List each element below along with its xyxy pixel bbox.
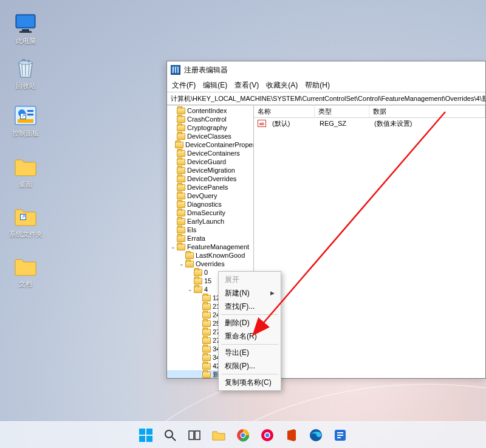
tree-expander-icon[interactable]: ⌄: [169, 243, 177, 251]
folder-icon: [185, 261, 194, 267]
tree-item[interactable]: CrashControl: [167, 115, 253, 123]
cm-separator: [221, 314, 278, 315]
tree-item-label: Diagnostics: [187, 200, 222, 208]
menu-view[interactable]: 查看(V): [234, 80, 259, 91]
folder-icon: [202, 363, 211, 370]
cm-expand: 展开: [219, 273, 281, 286]
tree-item-label: FeatureManagement: [187, 243, 249, 251]
col-type[interactable]: 类型: [315, 106, 369, 117]
tree-item[interactable]: DevicePanels: [167, 183, 253, 191]
recycle-bin-icon: [14, 57, 37, 80]
edge-button[interactable]: [306, 425, 326, 446]
folder-icon: [185, 252, 194, 259]
svg-rect-2: [22, 29, 29, 31]
folder-icon: [14, 156, 37, 179]
tree-item-label: DeviceContainerPropertyUpda: [185, 140, 253, 149]
folder-icon: [177, 210, 185, 216]
tree-expander-icon[interactable]: ⌄: [178, 260, 185, 268]
office-button[interactable]: [281, 425, 302, 446]
menu-favorites[interactable]: 收藏夹(A): [266, 80, 298, 91]
folder-icon: [175, 142, 183, 148]
tree-item-label: DeviceContainers: [187, 149, 240, 157]
menu-help[interactable]: 帮助(H): [305, 80, 330, 91]
start-button[interactable]: [135, 425, 156, 446]
tree-item[interactable]: DevQuery: [167, 191, 253, 200]
tree-item-label: DeviceOverrides: [187, 174, 236, 183]
tree-expander-icon[interactable]: ⌄: [187, 285, 194, 294]
cm-separator: [221, 344, 278, 345]
tree-item[interactable]: ContentIndex: [167, 106, 253, 115]
tree-item-label: Els: [187, 226, 196, 234]
taskview-button[interactable]: [184, 425, 205, 446]
tree-item[interactable]: Diagnostics: [167, 200, 253, 208]
menu-file[interactable]: 文件(F): [172, 80, 196, 91]
string-value-icon: ab: [258, 120, 266, 127]
tree-item[interactable]: Errata: [167, 234, 253, 243]
tree-item[interactable]: Els: [167, 226, 253, 234]
desktop-icon-control-panel[interactable]: ↗ 控制面板: [6, 105, 45, 138]
taskbar-app-button[interactable]: [330, 425, 351, 446]
desktop-icon-this-pc[interactable]: 此电脑: [6, 12, 45, 46]
cm-delete[interactable]: 删除(D): [219, 316, 281, 329]
col-name[interactable]: 名称: [254, 106, 315, 117]
svg-point-4: [19, 61, 32, 64]
desktop-icon-label: 桌面: [19, 180, 32, 189]
folder-icon: [177, 218, 185, 225]
tree-item[interactable]: LastKnownGood: [167, 251, 253, 260]
explorer-button[interactable]: [208, 425, 229, 446]
cm-permissions[interactable]: 权限(P)...: [219, 359, 281, 373]
folder-icon: [177, 176, 185, 182]
desktop-icon-label: 此电脑: [16, 36, 36, 46]
tree-item-label: EarlyLaunch: [187, 217, 224, 226]
tree-item-label: 15: [204, 277, 211, 285]
folder-icon: [202, 303, 211, 310]
col-data[interactable]: 数据: [369, 106, 485, 117]
tree-item[interactable]: DeviceContainerPropertyUpda: [167, 140, 253, 149]
cm-new[interactable]: 新建(N)▶: [219, 286, 281, 300]
folder-icon: [177, 116, 185, 123]
folder-icon: [202, 337, 211, 344]
tree-item-label: 4: [204, 285, 208, 294]
tree-item[interactable]: EarlyLaunch: [167, 217, 253, 226]
address-bar[interactable]: 计算机\HKEY_LOCAL_MACHINE\SYSTEM\CurrentCon…: [167, 92, 485, 105]
value-row[interactable]: ab (默认) REG_SZ (数值未设置): [254, 118, 485, 129]
tree-item[interactable]: DeviceOverrides: [167, 174, 253, 183]
cm-copy-key-name[interactable]: 复制项名称(C): [219, 376, 281, 389]
tree-item-label: DeviceClasses: [187, 132, 231, 140]
tree-item[interactable]: DeviceGuard: [167, 157, 253, 166]
tree-item[interactable]: DmaSecurity: [167, 208, 253, 217]
cm-rename[interactable]: 重命名(R): [219, 329, 281, 343]
search-button[interactable]: [160, 425, 180, 446]
chevron-right-icon: ▶: [270, 290, 275, 296]
tree-item[interactable]: DeviceMigration: [167, 166, 253, 174]
chrome-canary-button[interactable]: [257, 425, 278, 446]
titlebar[interactable]: 注册表编辑器: [167, 61, 485, 78]
values-pane[interactable]: 名称 类型 数据 ab (默认) REG_SZ (数值未设置): [254, 106, 485, 378]
control-panel-icon: ↗: [14, 105, 37, 128]
svg-point-15: [165, 430, 173, 438]
svg-rect-28: [337, 435, 343, 436]
desktop-icon-folder-2[interactable]: ↗ 系统文件夹: [6, 205, 45, 239]
svg-rect-3: [19, 31, 32, 33]
value-type: REG_SZ: [316, 120, 371, 127]
svg-line-16: [172, 437, 176, 441]
tree-item[interactable]: DeviceClasses: [167, 132, 253, 140]
folder-icon: ↗: [14, 205, 37, 229]
desktop-icon-folder-3[interactable]: 文档: [6, 255, 45, 289]
chrome-button[interactable]: [233, 425, 253, 446]
folder-icon: [14, 255, 37, 278]
desktop-icon-recycle-bin[interactable]: 回收站: [6, 57, 45, 91]
cm-export[interactable]: 导出(E): [219, 346, 281, 359]
tree-item[interactable]: ⌄Overrides: [167, 260, 253, 268]
window-title: 注册表编辑器: [184, 65, 228, 75]
desktop-icon-folder-1[interactable]: 桌面: [6, 156, 45, 189]
tree-item[interactable]: DeviceContainers: [167, 149, 253, 157]
tree-item-label: DeviceMigration: [187, 166, 235, 174]
folder-icon: [177, 227, 185, 233]
folder-icon: [177, 244, 185, 250]
tree-item[interactable]: Cryptography: [167, 123, 253, 132]
tree-item[interactable]: ⌄FeatureManagement: [167, 243, 253, 251]
cm-find[interactable]: 查找(F)...: [219, 300, 281, 313]
svg-rect-8: [27, 114, 33, 115]
menu-edit[interactable]: 编辑(E): [203, 80, 227, 91]
